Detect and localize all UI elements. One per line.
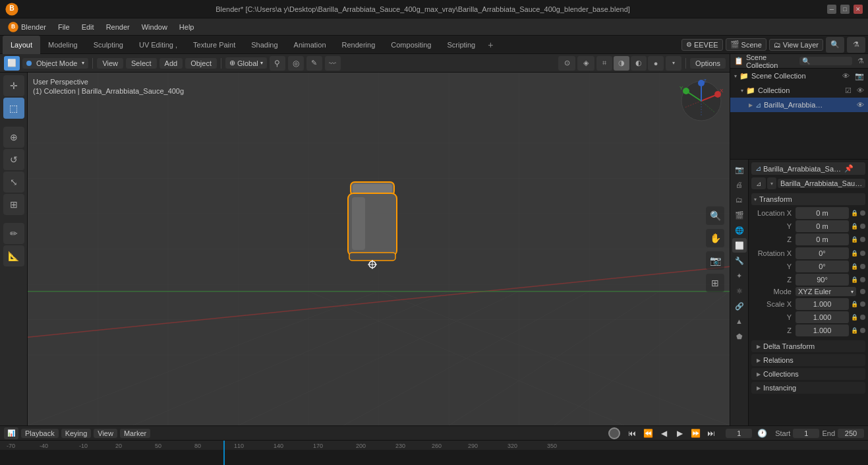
tab-uv-editing[interactable]: UV Editing , xyxy=(131,36,185,54)
viewport-mode-icon[interactable]: ⬜ xyxy=(4,56,20,71)
prop-tab-object[interactable]: ⬜ xyxy=(732,238,747,253)
object-menu[interactable]: Object xyxy=(185,58,217,69)
object-selector-name[interactable]: Barilla_Arrabbiata_Sauce_4... xyxy=(778,179,865,188)
outliner-search-input[interactable] xyxy=(799,57,852,65)
mode-dropdown-box[interactable]: XYZ Euler ▾ xyxy=(796,287,856,296)
keying-menu[interactable]: Keying xyxy=(61,429,92,438)
options-button[interactable]: Options xyxy=(690,58,726,69)
add-menu[interactable]: Add xyxy=(159,58,183,69)
shading-options-button[interactable]: ▾ xyxy=(666,56,681,71)
axis-gizmo[interactable]: X Y Z xyxy=(678,78,724,124)
prop-tab-scene[interactable]: 🎬 xyxy=(732,208,747,222)
outliner-filter-icon[interactable]: ⚗ xyxy=(857,57,864,65)
annotation-button[interactable]: ✎ xyxy=(306,56,322,71)
jump-end-button[interactable]: ⏭ xyxy=(705,427,718,439)
scale-z-lock-icon[interactable]: 🔒 xyxy=(851,327,858,334)
menu-item-edit[interactable]: Edit xyxy=(76,22,100,32)
start-frame-input[interactable]: 1 xyxy=(793,429,819,438)
wireframe-button[interactable]: ⌗ xyxy=(596,56,612,71)
outliner-object-barilla[interactable]: ▶ ⊿ Barilla_Arrabbia_S 👁 xyxy=(730,98,868,112)
end-frame-input[interactable]: 250 xyxy=(838,429,864,438)
material-button[interactable]: ◐ xyxy=(631,56,647,71)
rendered-button[interactable]: ● xyxy=(648,56,664,71)
menu-item-window[interactable]: Window xyxy=(136,22,173,32)
select-box-tool[interactable]: ⬚ xyxy=(3,98,24,119)
collection-vis-icon[interactable]: 👁 xyxy=(857,86,864,94)
quad-view-icon[interactable]: ⊞ xyxy=(706,274,724,292)
menu-item-render[interactable]: Render xyxy=(101,22,135,32)
prop-tab-render[interactable]: 📷 xyxy=(732,162,747,177)
prop-tab-world[interactable]: 🌐 xyxy=(732,223,747,237)
select-menu[interactable]: Select xyxy=(126,58,157,69)
pin-icon[interactable]: 📌 xyxy=(844,164,854,173)
location-z-value[interactable]: 0 m xyxy=(796,233,849,245)
object-vis-icon[interactable]: 👁 xyxy=(857,101,864,109)
play-button[interactable]: ▶ xyxy=(673,427,686,439)
scene-selector[interactable]: 🎬 Scene xyxy=(726,38,767,51)
tab-shading[interactable]: Shading xyxy=(243,36,285,54)
viewport-canvas[interactable]: X Y Z xyxy=(28,73,730,425)
minimize-button[interactable]: ─ xyxy=(827,5,836,14)
menu-item-help[interactable]: Help xyxy=(174,22,200,32)
object-barilla-jar[interactable] xyxy=(343,179,402,272)
global-search-button[interactable]: 🔍 xyxy=(826,37,844,53)
prev-keyframe-button[interactable]: ⏪ xyxy=(641,427,654,439)
location-x-value[interactable]: 0 m xyxy=(796,207,849,219)
collections-header[interactable]: ▶ Collections xyxy=(751,368,865,380)
prop-tab-particles[interactable]: ✦ xyxy=(732,268,747,283)
prop-tab-constraints[interactable]: 🔗 xyxy=(732,299,747,313)
menu-item-file[interactable]: File xyxy=(53,22,75,32)
prop-tab-material[interactable]: ⬟ xyxy=(732,329,747,344)
tab-sculpting[interactable]: Sculpting xyxy=(86,36,131,54)
rotation-z-lock-icon[interactable]: 🔒 xyxy=(851,276,858,283)
rotation-y-lock-icon[interactable]: 🔒 xyxy=(851,263,858,270)
annotate-tool[interactable]: ✏ xyxy=(3,223,24,244)
prop-tab-output[interactable]: 🖨 xyxy=(732,177,747,192)
current-frame-input[interactable]: 1 xyxy=(726,429,752,438)
prop-tab-modifier[interactable]: 🔧 xyxy=(732,253,747,268)
xray-toggle[interactable]: ◈ xyxy=(577,56,594,71)
tab-layout[interactable]: Layout xyxy=(3,36,40,54)
tab-rendering[interactable]: Rendering xyxy=(334,36,384,54)
location-y-lock-icon[interactable]: 🔒 xyxy=(851,223,858,230)
maximize-button[interactable]: □ xyxy=(840,5,850,14)
collection-checkbox[interactable]: ☑ xyxy=(845,86,852,95)
measure-tool[interactable]: 📐 xyxy=(3,245,24,266)
add-workspace-button[interactable]: + xyxy=(483,38,498,52)
prop-tab-view-layer[interactable]: 🗂 xyxy=(732,193,747,207)
transform-orientation-selector[interactable]: ⊕ Global ▾ xyxy=(225,57,267,69)
close-button[interactable]: ✕ xyxy=(854,5,863,14)
tab-texture-paint[interactable]: Texture Paint xyxy=(185,36,243,54)
location-x-lock-icon[interactable]: 🔒 xyxy=(851,210,858,216)
outliner-collection[interactable]: ▾ 📁 Collection ☑ 👁 xyxy=(730,83,868,98)
cursor-tool[interactable]: ✛ xyxy=(3,75,24,96)
prop-tab-data[interactable]: ▲ xyxy=(732,314,747,328)
zoom-icon[interactable]: 🔍 xyxy=(706,206,724,225)
relations-header[interactable]: ▶ Relations xyxy=(751,354,865,366)
menu-item-blender[interactable]: B Blender xyxy=(3,20,51,34)
overlay-toggle[interactable]: ⊙ xyxy=(558,56,575,71)
view-layer-selector[interactable]: 🗂 View Layer xyxy=(769,39,823,51)
location-z-lock-icon[interactable]: 🔒 xyxy=(851,236,858,243)
move-tool[interactable]: ⊕ xyxy=(3,127,24,148)
transform-section-header[interactable]: ▾ Transform xyxy=(751,193,865,205)
view-menu[interactable]: View xyxy=(97,58,123,69)
curve-button[interactable]: 〰 xyxy=(325,56,341,71)
tab-modeling[interactable]: Modeling xyxy=(40,36,86,54)
scale-y-lock-icon[interactable]: 🔒 xyxy=(851,314,858,321)
object-mode-selector[interactable]: Object Mode ▾ xyxy=(22,58,88,69)
proportional-edit-button[interactable]: ◎ xyxy=(288,56,304,71)
timeline-track[interactable]: -70 -40 -10 20 50 80 110 140 170 200 230… xyxy=(0,441,868,465)
jump-start-button[interactable]: ⏮ xyxy=(625,427,639,439)
record-button[interactable] xyxy=(608,427,620,439)
scene-collection-render-icon[interactable]: 📷 xyxy=(855,72,864,80)
marker-menu[interactable]: Marker xyxy=(120,429,150,438)
prop-tab-physics[interactable]: ⚛ xyxy=(732,284,747,298)
snap-button[interactable]: ⚲ xyxy=(270,56,285,71)
location-y-value[interactable]: 0 m xyxy=(796,220,849,232)
scale-x-value[interactable]: 1.000 xyxy=(796,298,849,310)
scale-x-lock-icon[interactable]: 🔒 xyxy=(851,301,858,307)
scale-z-value[interactable]: 1.000 xyxy=(796,325,849,336)
pan-icon[interactable]: ✋ xyxy=(706,229,724,247)
tab-scripting[interactable]: Scripting xyxy=(439,36,483,54)
